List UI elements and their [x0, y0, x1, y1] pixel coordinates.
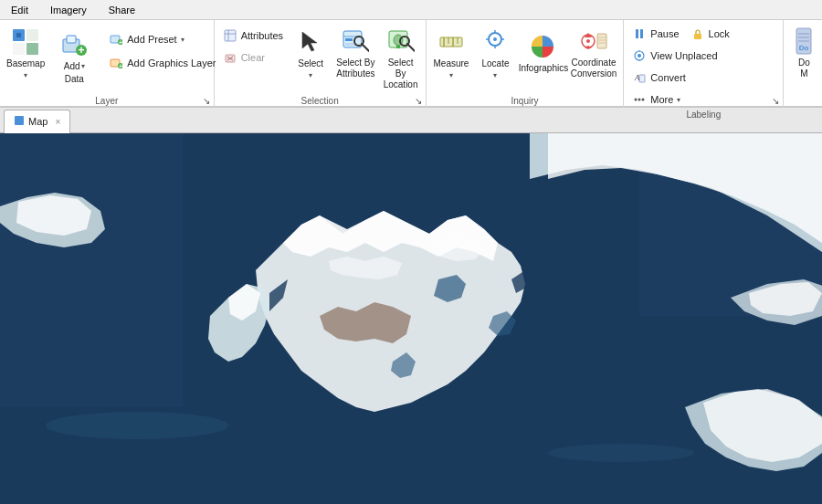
- selection-expand-icon[interactable]: ↘: [415, 96, 422, 106]
- basemap-arrow: ▾: [24, 71, 27, 79]
- add-graphics-layer-icon: +: [109, 56, 123, 70]
- more-arrow: ▾: [677, 96, 680, 104]
- svg-rect-15: [225, 30, 236, 41]
- menu-share[interactable]: Share: [105, 3, 139, 17]
- add-graphics-layer-button[interactable]: + Add Graphics Layer: [104, 53, 220, 73]
- tab-map-icon: [14, 115, 25, 128]
- select-by-attributes-icon: [341, 26, 370, 56]
- map-svg: [0, 133, 822, 504]
- svg-rect-66: [15, 116, 24, 125]
- svg-rect-49: [636, 29, 638, 38]
- inquiry-top-content: Measure ▾ Locate ▾: [430, 20, 620, 96]
- menu-bar: Edit Imagery Share: [0, 0, 822, 20]
- more-button[interactable]: More ▾: [627, 89, 779, 110]
- svg-point-36: [493, 37, 497, 41]
- svg-point-71: [548, 444, 694, 462]
- tab-close-button[interactable]: ×: [55, 117, 60, 127]
- select-button[interactable]: Select ▾: [290, 22, 332, 82]
- labeling-group-label: Labeling ↘: [627, 110, 779, 121]
- svg-text:+: +: [119, 63, 122, 69]
- measure-arrow: ▾: [449, 71, 453, 79]
- pause-button[interactable]: Pause: [627, 24, 683, 44]
- convert-label: Convert: [650, 72, 686, 83]
- select-by-location-button[interactable]: Select ByLocation: [380, 22, 422, 93]
- attributes-button[interactable]: Attributes: [218, 26, 288, 46]
- svg-rect-50: [640, 29, 643, 38]
- selection-top-content: Attributes Clear: [218, 20, 422, 96]
- svg-text:Do: Do: [799, 44, 809, 52]
- svg-point-43: [586, 39, 590, 43]
- view-unplaced-icon: [632, 48, 647, 63]
- basemap-icon: [11, 27, 40, 57]
- svg-rect-3: [26, 43, 38, 55]
- attributes-col: Attributes Clear: [218, 22, 288, 68]
- selection-group-label: Selection ↘: [218, 96, 422, 108]
- convert-icon: A: [632, 70, 647, 85]
- add-preset-icon: +: [109, 32, 123, 47]
- locate-arrow: ▾: [493, 71, 497, 79]
- coordinate-conversion-button[interactable]: CoordinateConversion: [568, 22, 620, 82]
- tab-map-label: Map: [28, 116, 47, 127]
- ribbon-group-extra: Do DoM: [784, 20, 822, 108]
- clear-icon: [223, 50, 237, 65]
- do-more-button[interactable]: Do DoM: [787, 22, 820, 82]
- do-more-label: DoM: [798, 58, 810, 79]
- svg-point-70: [46, 412, 228, 439]
- pause-label: Pause: [650, 28, 679, 39]
- svg-text:+: +: [79, 44, 85, 57]
- measure-icon: [437, 27, 466, 57]
- map-area: [0, 133, 822, 504]
- labeling-expand-icon[interactable]: ↘: [772, 96, 779, 106]
- more-label: More: [650, 94, 673, 105]
- infographics-icon: [528, 32, 557, 61]
- lock-label: Lock: [709, 28, 730, 39]
- map-tab[interactable]: Map ×: [4, 110, 70, 133]
- measure-button[interactable]: Measure ▾: [430, 22, 473, 82]
- pause-icon: [632, 26, 647, 41]
- layer-expand-icon[interactable]: ↘: [203, 96, 210, 106]
- measure-label: Measure: [433, 58, 469, 69]
- select-arrow: ▾: [309, 71, 312, 79]
- locate-label: Locate: [481, 58, 509, 69]
- ribbon-group-labeling: Pause Lock: [624, 20, 784, 108]
- svg-rect-6: [67, 36, 76, 43]
- add-data-label: Add▾: [64, 61, 85, 72]
- lock-button[interactable]: Lock: [686, 24, 734, 44]
- svg-rect-1: [26, 29, 38, 41]
- ribbon-group-inquiry: Measure ▾ Locate ▾: [427, 20, 625, 108]
- svg-rect-57: [639, 75, 645, 82]
- clear-button[interactable]: Clear: [218, 47, 288, 68]
- basemap-button[interactable]: Basemap ▾: [4, 22, 47, 82]
- select-by-location-label: Select ByLocation: [383, 58, 419, 90]
- select-by-attributes-button[interactable]: Select ByAttributes: [333, 22, 377, 82]
- convert-button[interactable]: A Convert: [627, 68, 779, 88]
- labeling-top-content: Pause Lock: [627, 20, 779, 110]
- svg-rect-2: [13, 43, 25, 55]
- menu-imagery[interactable]: Imagery: [47, 3, 90, 17]
- attributes-icon: [223, 28, 237, 43]
- ribbon-group-selection: Attributes Clear: [215, 20, 427, 108]
- svg-text:+: +: [119, 39, 122, 46]
- add-data-button[interactable]: + Add▾ Data: [49, 26, 99, 88]
- clear-label: Clear: [241, 52, 265, 63]
- coord-conv-icon: [579, 26, 608, 56]
- extra-group-label: [787, 106, 818, 108]
- basemap-label: Basemap: [6, 58, 45, 69]
- more-icon: [632, 92, 647, 107]
- ribbon-group-layer: Basemap ▾ + Add▾: [0, 20, 215, 108]
- add-preset-button[interactable]: + Add Preset ▾: [104, 29, 220, 49]
- locate-button[interactable]: Locate ▾: [474, 22, 517, 82]
- svg-rect-28: [396, 45, 400, 48]
- infographics-label: Infographics: [519, 63, 566, 74]
- view-unplaced-button[interactable]: View Unplaced: [627, 46, 779, 66]
- attributes-label: Attributes: [241, 30, 283, 41]
- infographics-button[interactable]: Infographics: [519, 22, 566, 82]
- layer-top-content: Basemap ▾ + Add▾: [4, 20, 210, 96]
- select-label: Select: [298, 58, 323, 69]
- svg-point-58: [635, 99, 638, 101]
- menu-edit[interactable]: Edit: [7, 3, 32, 17]
- select-by-attributes-label: Select ByAttributes: [336, 58, 374, 79]
- svg-rect-68: [0, 133, 183, 407]
- ribbon: Basemap ▾ + Add▾: [0, 20, 822, 108]
- view-unplaced-label: View Unplaced: [650, 50, 717, 61]
